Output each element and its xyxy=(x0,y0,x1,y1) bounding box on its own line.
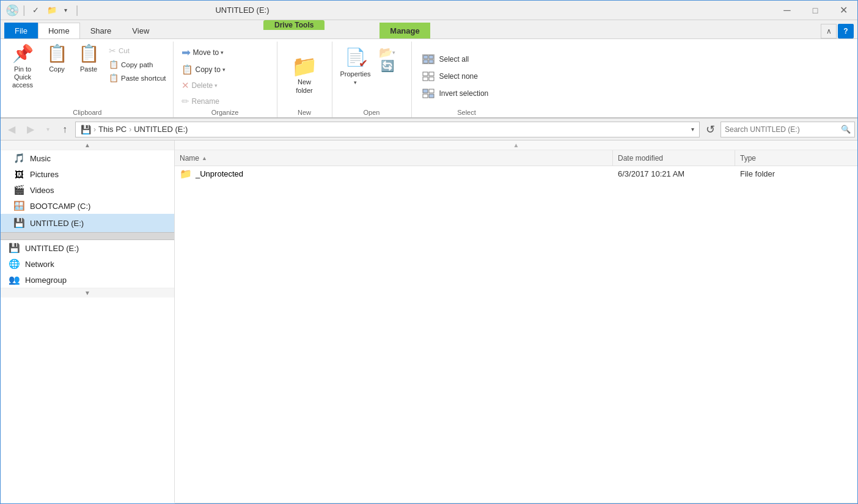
svg-rect-5 xyxy=(429,72,434,76)
sidebar-network-label: Network xyxy=(25,260,54,269)
tab-share[interactable]: Share xyxy=(80,23,122,38)
help-button[interactable]: ? xyxy=(838,24,854,38)
delete-button[interactable]: ✕ Delete ▾ xyxy=(178,78,272,93)
folder-icon: 📁 xyxy=(180,168,192,180)
music-icon: 🎵 xyxy=(13,153,25,164)
address-this-pc[interactable]: This PC xyxy=(98,125,127,134)
search-input[interactable] xyxy=(725,125,838,134)
open-group: 📄 ✔ Properties ▾ 📂 ▾ 🔄 xyxy=(332,42,412,117)
qat-dropdown[interactable]: ▾ xyxy=(61,4,71,17)
move-to-icon: ➡ xyxy=(182,46,191,59)
sidebar-untitled-selected-label: UNTITLED (E:) xyxy=(30,219,84,228)
navigation-bar: ◀ ▶ ▾ ↑ 💾 › This PC › UNTITLED (E:) ▾ ↺ … xyxy=(1,119,857,141)
drive-tools-label: Drive Tools xyxy=(263,20,324,30)
qat-folder[interactable]: 📁 xyxy=(45,4,59,17)
sidebar-item-bootcamp[interactable]: 🪟 BOOTCAMP (C:) xyxy=(1,198,174,214)
select-all-label: Select all xyxy=(439,55,469,64)
select-all-icon xyxy=(422,54,435,64)
address-dropdown-arrow[interactable]: ▾ xyxy=(691,126,694,133)
new-folder-icon: 📁 xyxy=(292,56,317,76)
open-group-label: Open xyxy=(337,109,406,117)
maximize-button[interactable]: □ xyxy=(801,1,829,20)
open-icon: 📂 xyxy=(379,46,392,59)
invert-selection-button[interactable]: Invert selection xyxy=(417,86,517,101)
rename-label: Rename xyxy=(192,97,219,106)
address-current: UNTITLED (E:) xyxy=(134,125,188,134)
cut-button[interactable]: ✂ Cut xyxy=(106,44,169,57)
properties-check-icon: ✔ xyxy=(359,57,368,70)
open-button[interactable]: 📂 ▾ xyxy=(376,46,398,59)
cut-label: Cut xyxy=(119,47,130,54)
select-none-icon xyxy=(422,71,435,81)
clipboard-small-group: ✂ Cut 📋 Copy path 📋 Paste shortcut xyxy=(106,42,169,84)
invert-icon xyxy=(422,89,435,98)
table-row[interactable]: 📁 _Unprotected 6/3/2017 10:21 AM File fo… xyxy=(175,166,857,182)
copy-to-label: Copy to xyxy=(196,65,221,74)
svg-rect-10 xyxy=(423,94,428,98)
file-cell-type: File folder xyxy=(735,169,857,178)
up-button[interactable]: ↑ xyxy=(56,122,73,137)
qat-checkmark[interactable]: ✓ xyxy=(29,4,43,17)
col-header-date[interactable]: Date modified xyxy=(613,150,735,166)
copy-button[interactable]: 📋 Copy xyxy=(42,42,72,82)
pin-icon: 📌 xyxy=(12,45,34,64)
move-to-button[interactable]: ➡ Move to ▾ xyxy=(178,44,227,61)
tab-manage[interactable]: Manage xyxy=(380,23,430,38)
untitled-e2-icon: 💾 xyxy=(8,243,20,254)
back-button[interactable]: ◀ xyxy=(3,122,20,137)
pin-to-quick-access-button[interactable]: 📌 Pin to Quick access xyxy=(6,42,40,92)
sidebar-homegroup-label: Homegroup xyxy=(25,276,67,285)
select-group-label: Select xyxy=(417,109,517,117)
rename-icon: ✏ xyxy=(182,96,189,107)
paste-shortcut-button[interactable]: 📋 Paste shortcut xyxy=(106,71,169,84)
sidebar-item-homegroup[interactable]: 👥 Homegroup xyxy=(1,272,174,288)
new-folder-label: Newfolder xyxy=(296,78,313,94)
new-group-label: New xyxy=(282,109,327,117)
sidebar-pictures-label: Pictures xyxy=(30,170,59,179)
copy-path-icon: 📋 xyxy=(109,60,119,69)
sidebar-item-network[interactable]: 🌐 Network xyxy=(1,256,174,272)
history-icon: 🔄 xyxy=(381,59,394,73)
paste-button[interactable]: 📋 Paste xyxy=(74,42,103,82)
properties-label: Properties xyxy=(340,70,370,78)
svg-rect-7 xyxy=(429,77,434,81)
sidebar-item-music[interactable]: 🎵 Music xyxy=(1,150,174,166)
sidebar-item-untitled-e2[interactable]: 💾 UNTITLED (E:) xyxy=(1,240,174,256)
minimize-button[interactable]: ─ xyxy=(773,1,801,20)
sidebar-item-videos[interactable]: 🎬 Videos xyxy=(1,182,174,198)
col-header-type[interactable]: Type xyxy=(735,150,857,166)
pictures-icon: 🖼 xyxy=(13,169,25,180)
rename-button[interactable]: ✏ Rename xyxy=(178,94,272,109)
address-bar[interactable]: 💾 › This PC › UNTITLED (E:) ▾ xyxy=(75,122,700,137)
search-bar: 🔍 xyxy=(721,122,855,137)
forward-button[interactable]: ▶ xyxy=(22,122,39,137)
sidebar-item-untitled-selected[interactable]: 💾 UNTITLED (E:) xyxy=(1,214,174,232)
new-folder-button[interactable]: 📁 Newfolder xyxy=(284,53,324,97)
sidebar-item-pictures[interactable]: 🖼 Pictures xyxy=(1,166,174,182)
properties-button[interactable]: 📄 ✔ Properties xyxy=(337,44,374,81)
network-icon: 🌐 xyxy=(8,258,20,269)
select-group: Select all Select none Invert selection … xyxy=(412,42,522,117)
sidebar-scroll-down[interactable]: ▼ xyxy=(1,288,174,298)
select-all-button[interactable]: Select all xyxy=(417,51,517,67)
refresh-button[interactable]: ↺ xyxy=(702,122,719,137)
quick-access-toolbar: 💿 | ✓ 📁 ▾ | xyxy=(6,4,81,17)
delete-icon: ✕ xyxy=(182,80,189,91)
tab-home[interactable]: Home xyxy=(38,23,80,38)
copy-path-button[interactable]: 📋 Copy path xyxy=(106,58,169,71)
bootcamp-icon: 🪟 xyxy=(13,200,25,211)
tab-file[interactable]: File xyxy=(4,23,38,38)
svg-rect-11 xyxy=(429,94,434,98)
col-header-name[interactable]: Name ▲ xyxy=(175,150,613,166)
nav-dropdown-button[interactable]: ▾ xyxy=(41,122,54,137)
search-icon: 🔍 xyxy=(841,125,851,134)
history-button[interactable]: 🔄 xyxy=(376,60,398,72)
tab-view[interactable]: View xyxy=(122,23,160,38)
close-button[interactable]: ✕ xyxy=(829,1,857,20)
cut-icon: ✂ xyxy=(109,46,116,56)
ribbon-collapse-button[interactable]: ∧ xyxy=(821,24,837,38)
select-none-button[interactable]: Select none xyxy=(417,68,517,84)
sidebar-scroll-up[interactable]: ▲ xyxy=(1,141,174,150)
copy-to-button[interactable]: 📋 Copy to ▾ xyxy=(178,62,272,77)
file-name: _Unprotected xyxy=(196,169,243,178)
